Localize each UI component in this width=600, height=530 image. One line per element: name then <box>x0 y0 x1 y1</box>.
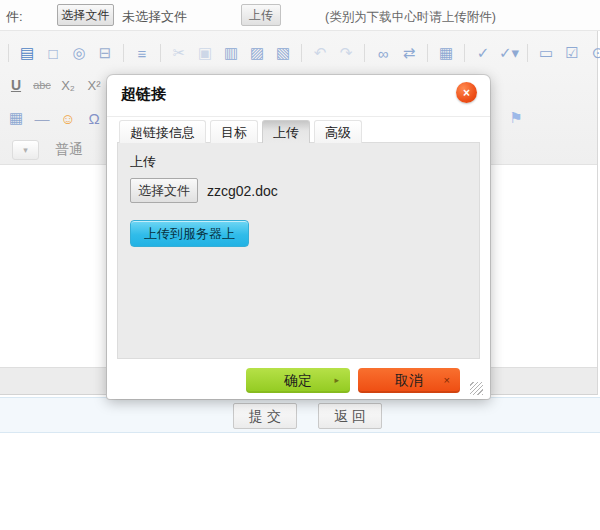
checkbox-icon[interactable]: ☑ <box>560 41 584 65</box>
upload-button[interactable]: 上传 <box>241 4 281 26</box>
ok-button-label: 确定 <box>284 372 312 388</box>
file-input-row: 选择文件 zzcg02.doc <box>130 178 469 203</box>
toolbar-row-4: ▾ 普通 <box>4 135 83 165</box>
format-combo[interactable]: 普通 <box>55 141 83 159</box>
cancel-button-label: 取消 <box>395 372 423 388</box>
selected-filename: zzcg02.doc <box>207 183 278 199</box>
ok-arrow-icon: ▸ <box>334 368 339 393</box>
tab-target[interactable]: 目标 <box>210 120 258 143</box>
radio-icon[interactable]: ⊙ <box>586 41 600 65</box>
spellcheck-icon[interactable]: ✓ <box>471 41 495 65</box>
superscript-icon[interactable]: X² <box>82 73 106 97</box>
dialog-title-divider <box>107 116 490 117</box>
tab-advanced[interactable]: 高级 <box>314 120 362 143</box>
upload-to-server-button[interactable]: 上传到服务器上 <box>130 220 249 247</box>
upload-note: (类别为下载中心时请上传附件) <box>325 9 496 26</box>
cancel-button[interactable]: 取消 × <box>358 368 460 393</box>
redo-icon: ↷ <box>334 41 358 65</box>
tab-upload[interactable]: 上传 <box>262 120 310 143</box>
save-icon[interactable]: ▤ <box>15 41 39 65</box>
ok-button[interactable]: 确定 ▸ <box>246 368 350 393</box>
toolbar-separator <box>364 44 365 62</box>
underline-icon[interactable]: U <box>4 73 28 97</box>
cancel-x-icon: × <box>444 368 450 393</box>
toolbar-separator <box>301 44 302 62</box>
resize-grip[interactable] <box>470 382 483 395</box>
toolbar-separator <box>527 44 528 62</box>
strikethrough-icon[interactable]: abc <box>30 73 54 97</box>
close-icon[interactable]: × <box>456 82 477 103</box>
toolbar-row-3: ▦—☺Ω <box>4 103 106 133</box>
styles-combo-arrow-icon[interactable]: ▾ <box>12 140 39 160</box>
tab-link-info[interactable]: 超链接信息 <box>119 120 206 143</box>
page-action-bar: 提 交 返 回 <box>0 397 600 433</box>
new-page-icon[interactable]: □ <box>41 41 65 65</box>
upload-field-label: 上传 <box>130 153 469 171</box>
special-char-icon[interactable]: Ω <box>82 106 106 130</box>
table-icon[interactable]: ▦ <box>4 106 28 130</box>
copy-icon: ▣ <box>193 41 217 65</box>
replace-icon[interactable]: ⇄ <box>397 41 421 65</box>
toolbar-separator <box>123 44 124 62</box>
spellcheck-menu-icon[interactable]: ✓▾ <box>497 41 521 65</box>
templates-icon[interactable]: ≡ <box>130 41 154 65</box>
paste-text-icon[interactable]: ▨ <box>245 41 269 65</box>
find-icon[interactable]: ∞ <box>371 41 395 65</box>
paste-word-icon[interactable]: ▧ <box>271 41 295 65</box>
toolbar-separator <box>427 44 428 62</box>
hidden-field-icon[interactable]: ▭ <box>534 41 558 65</box>
choose-file-button[interactable]: 选择文件 <box>57 4 114 26</box>
attachment-bar: 件: 选择文件 未选择文件 上传 (类别为下载中心时请上传附件) <box>0 0 600 31</box>
print-icon[interactable]: ⊟ <box>93 41 117 65</box>
smiley-icon[interactable]: ☺ <box>56 106 80 130</box>
upload-tab-panel: 上传 选择文件 zzcg02.doc 上传到服务器上 <box>117 142 480 359</box>
submit-button[interactable]: 提 交 <box>233 403 297 429</box>
dialog-title: 超链接 <box>121 85 166 104</box>
cut-icon: ✂ <box>167 41 191 65</box>
toolbar-separator <box>8 44 9 62</box>
undo-icon: ↶ <box>308 41 332 65</box>
toolbar-row-1: ▤□◎⊟≡✂▣▥▨▧↶↷∞⇄▦✓✓▾▭☑⊙ablab cd <box>4 38 600 68</box>
no-file-text: 未选择文件 <box>122 8 187 26</box>
dialog-tabs: 超链接信息目标上传高级 <box>119 120 362 143</box>
hyperlink-dialog: 超链接 × 超链接信息目标上传高级 上传 选择文件 zzcg02.doc 上传到… <box>107 75 490 399</box>
paste-icon[interactable]: ▥ <box>219 41 243 65</box>
dialog-choose-file-button[interactable]: 选择文件 <box>130 178 198 203</box>
subscript-icon[interactable]: X₂ <box>56 73 80 97</box>
anchor-flag-icon[interactable]: ⚑ <box>505 109 527 131</box>
select-all-icon[interactable]: ▦ <box>434 41 458 65</box>
toolbar-separator <box>160 44 161 62</box>
toolbar-separator <box>464 44 465 62</box>
toolbar-row-2: UabcX₂X² <box>4 70 106 100</box>
back-button[interactable]: 返 回 <box>318 403 382 429</box>
attachment-label: 件: <box>6 8 23 26</box>
preview-icon[interactable]: ◎ <box>67 41 91 65</box>
horizontal-rule-icon[interactable]: — <box>30 106 54 130</box>
